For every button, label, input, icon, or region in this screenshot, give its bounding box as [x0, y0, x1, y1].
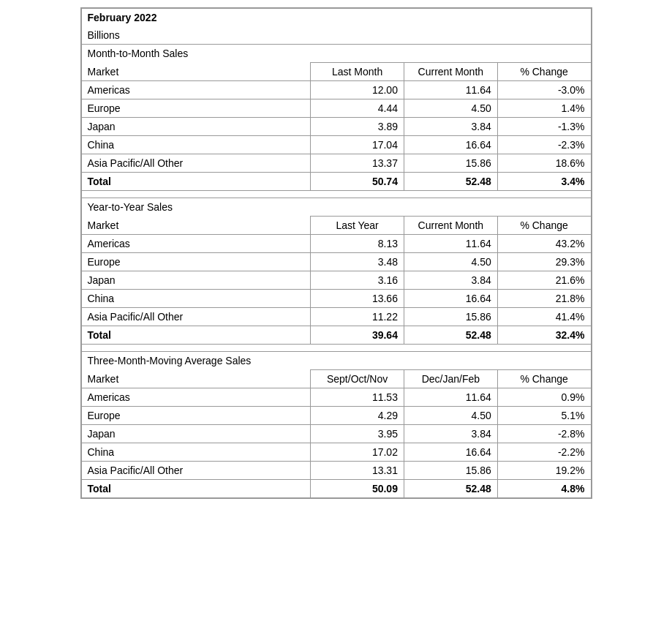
col1-cell: 50.74 [311, 173, 404, 191]
market-cell: Japan [81, 118, 311, 136]
col2-cell: 15.86 [404, 462, 497, 480]
col3-cell: 4.8% [497, 480, 591, 498]
section-label: Three-Month-Moving Average Sales [81, 352, 591, 370]
data-row-three-month-4: Asia Pacific/All Other 13.31 15.86 19.2% [81, 462, 591, 480]
col2-cell: 11.64 [404, 81, 497, 99]
data-row-three-month-1: Europe 4.29 4.50 5.1% [81, 407, 591, 425]
col2-cell: 52.48 [404, 480, 497, 498]
col3-cell: 18.6% [497, 154, 591, 173]
data-row-month-to-month-4: Asia Pacific/All Other 13.37 15.86 18.6% [81, 154, 591, 173]
col1-cell: 13.66 [311, 290, 404, 308]
col3-cell: 21.8% [497, 290, 591, 308]
col3-header: % Change [497, 63, 591, 81]
col2-cell: 11.64 [404, 235, 497, 253]
market-cell: Total [81, 173, 311, 191]
market-cell: Americas [81, 81, 311, 99]
col2-header: Current Month [404, 63, 497, 81]
market-cell: Asia Pacific/All Other [81, 308, 311, 326]
data-row-three-month-5: Total 50.09 52.48 4.8% [81, 480, 591, 498]
market-cell: Japan [81, 271, 311, 290]
col3-cell: 41.4% [497, 308, 591, 326]
col1-cell: 13.37 [311, 154, 404, 173]
market-cell: Japan [81, 425, 311, 443]
col2-cell: 4.50 [404, 253, 497, 271]
data-row-month-to-month-2: Japan 3.89 3.84 -1.3% [81, 118, 591, 136]
market-cell: Europe [81, 253, 311, 271]
header-row-year-to-year: Market Last Year Current Month % Change [81, 217, 591, 235]
col1-cell: 11.22 [311, 308, 404, 326]
data-row-year-to-year-2: Japan 3.16 3.84 21.6% [81, 271, 591, 290]
col1-cell: 12.00 [311, 81, 404, 99]
col-market-header: Market [81, 370, 311, 388]
col1-header: Sept/Oct/Nov [311, 370, 404, 388]
col2-cell: 15.86 [404, 308, 497, 326]
col3-cell: 5.1% [497, 407, 591, 425]
market-cell: Total [81, 480, 311, 498]
col2-cell: 16.64 [404, 443, 497, 462]
data-row-three-month-3: China 17.02 16.64 -2.2% [81, 443, 591, 462]
spacer-row [81, 191, 591, 198]
col-market-header: Market [81, 217, 311, 235]
section-label-three-month: Three-Month-Moving Average Sales [81, 352, 591, 370]
col1-cell: 3.48 [311, 253, 404, 271]
data-row-three-month-0: Americas 11.53 11.64 0.9% [81, 388, 591, 407]
data-row-month-to-month-5: Total 50.74 52.48 3.4% [81, 173, 591, 191]
col3-header: % Change [497, 217, 591, 235]
col3-cell: 3.4% [497, 173, 591, 191]
page-title: February 2022 [81, 9, 591, 27]
market-cell: Asia Pacific/All Other [81, 462, 311, 480]
section-label: Year-to-Year Sales [81, 198, 591, 217]
col3-cell: 21.6% [497, 271, 591, 290]
col3-cell: -2.2% [497, 443, 591, 462]
col3-cell: -2.3% [497, 136, 591, 154]
section-label-year-to-year: Year-to-Year Sales [81, 198, 591, 217]
col2-cell: 16.64 [404, 290, 497, 308]
market-cell: Americas [81, 388, 311, 407]
market-cell: China [81, 443, 311, 462]
data-row-year-to-year-5: Total 39.64 52.48 32.4% [81, 326, 591, 345]
col1-cell: 4.29 [311, 407, 404, 425]
data-row-year-to-year-3: China 13.66 16.64 21.8% [81, 290, 591, 308]
data-row-month-to-month-0: Americas 12.00 11.64 -3.0% [81, 81, 591, 99]
col2-cell: 52.48 [404, 326, 497, 345]
col3-cell: 29.3% [497, 253, 591, 271]
col1-cell: 3.89 [311, 118, 404, 136]
col1-header: Last Month [311, 63, 404, 81]
title-row: February 2022 [81, 9, 591, 27]
data-row-month-to-month-3: China 17.04 16.64 -2.3% [81, 136, 591, 154]
col1-cell: 13.31 [311, 462, 404, 480]
col3-cell: -2.8% [497, 425, 591, 443]
market-cell: China [81, 290, 311, 308]
col1-cell: 17.04 [311, 136, 404, 154]
col2-cell: 15.86 [404, 154, 497, 173]
market-cell: Europe [81, 407, 311, 425]
col2-cell: 4.50 [404, 407, 497, 425]
col2-cell: 4.50 [404, 99, 497, 118]
col1-cell: 4.44 [311, 99, 404, 118]
col3-cell: 19.2% [497, 462, 591, 480]
data-row-year-to-year-4: Asia Pacific/All Other 11.22 15.86 41.4% [81, 308, 591, 326]
col3-cell: -1.3% [497, 118, 591, 136]
market-cell: Asia Pacific/All Other [81, 154, 311, 173]
col2-cell: 3.84 [404, 271, 497, 290]
col1-cell: 50.09 [311, 480, 404, 498]
col1-cell: 39.64 [311, 326, 404, 345]
col1-cell: 3.16 [311, 271, 404, 290]
col2-cell: 11.64 [404, 388, 497, 407]
col2-header: Dec/Jan/Feb [404, 370, 497, 388]
col3-cell: 43.2% [497, 235, 591, 253]
col1-cell: 3.95 [311, 425, 404, 443]
col2-cell: 52.48 [404, 173, 497, 191]
subtitle-row: Billions [81, 26, 591, 45]
col3-cell: 32.4% [497, 326, 591, 345]
market-cell: Europe [81, 99, 311, 118]
section-label: Month-to-Month Sales [81, 45, 591, 63]
col2-header: Current Month [404, 217, 497, 235]
data-row-year-to-year-1: Europe 3.48 4.50 29.3% [81, 253, 591, 271]
spacer-row [81, 345, 591, 352]
col3-header: % Change [497, 370, 591, 388]
col3-cell: 1.4% [497, 99, 591, 118]
market-cell: China [81, 136, 311, 154]
market-cell: Total [81, 326, 311, 345]
col1-cell: 17.02 [311, 443, 404, 462]
